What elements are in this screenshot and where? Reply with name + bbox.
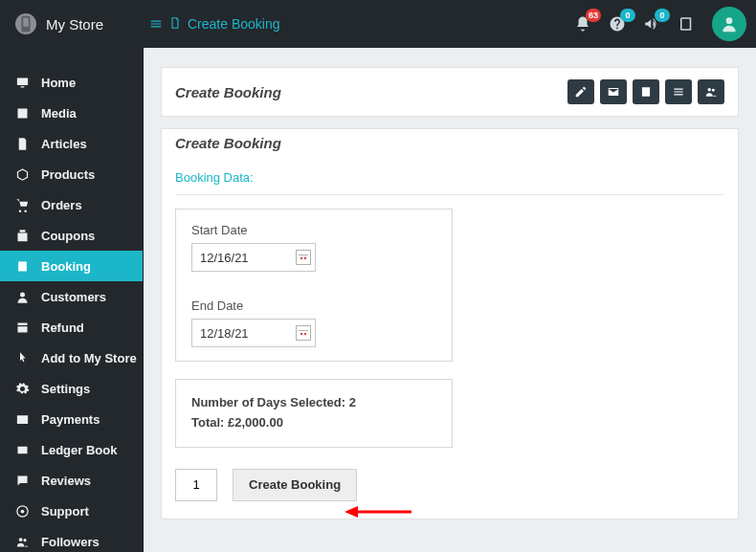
document-icon — [168, 16, 182, 33]
create-booking-button[interactable]: Create Booking — [233, 469, 357, 501]
document-icon — [15, 137, 30, 151]
start-date-value: 12/16/21 — [200, 251, 249, 265]
users-button[interactable] — [698, 79, 724, 104]
support-icon — [15, 504, 30, 519]
chat-icon — [15, 474, 30, 488]
section-title: Booking Data: — [175, 165, 724, 195]
svg-point-2 — [726, 17, 733, 24]
sidebar-item-label: Reviews — [41, 474, 91, 488]
page-header-panel: Create Booking — [161, 67, 739, 117]
sidebar-item-label: Orders — [41, 198, 82, 212]
start-date-input[interactable]: 12/16/21 — [191, 243, 316, 272]
help-badge: 0 — [620, 9, 635, 22]
notifications-badge: 63 — [586, 9, 601, 22]
svg-rect-1 — [23, 18, 29, 27]
brand-name: My Store — [46, 16, 103, 33]
sidebar-item-label: Customers — [41, 290, 106, 304]
avatar[interactable] — [712, 7, 746, 41]
sidebar-item-customers[interactable]: Customers — [0, 281, 143, 312]
sidebar-item-settings[interactable]: Settings — [0, 373, 143, 404]
dates-card: Start Date 12/16/21 End Date 12/18/21 — [175, 209, 453, 362]
breadcrumb: Create Booking — [144, 16, 280, 33]
sidebar-item-label: Followers — [41, 535, 100, 549]
action-row: Create Booking — [175, 469, 724, 501]
menu-toggle-icon[interactable] — [149, 17, 163, 31]
calendar-picker-icon[interactable] — [296, 325, 311, 341]
sidebar-item-products[interactable]: Products — [0, 159, 143, 189]
main: Create Booking Create Booking Booking Da… — [144, 48, 756, 552]
sidebar-item-addtostore[interactable]: Add to My Store — [0, 342, 143, 373]
sidebar-item-label: Support — [41, 504, 89, 519]
settings-icon — [15, 382, 30, 396]
sidebar-item-label: Add to My Store — [41, 351, 137, 365]
end-date-label: End Date — [191, 298, 436, 313]
booking-form-panel: Create Booking Booking Data: Start Date … — [161, 128, 739, 519]
book-icon[interactable] — [678, 15, 695, 33]
svg-point-5 — [21, 509, 25, 513]
sidebar-item-label: Ledger Book — [41, 443, 117, 457]
sidebar-item-label: Settings — [41, 382, 90, 396]
sidebar-item-coupons[interactable]: Coupons — [0, 220, 143, 251]
calendar-button[interactable] — [633, 79, 659, 104]
sidebar-item-label: Articles — [41, 137, 87, 151]
sidebar-item-label: Home — [41, 76, 76, 90]
panel-actions — [567, 79, 724, 104]
ledger-icon — [15, 443, 30, 457]
breadcrumb-page[interactable]: Create Booking — [188, 16, 280, 32]
form-title: Create Booking — [175, 135, 724, 151]
summary-days-label: Number of Days Selected: — [191, 395, 345, 409]
sidebar-item-ledger[interactable]: Ledger Book — [0, 434, 143, 465]
help-icon[interactable]: 0 — [609, 15, 626, 33]
brand-icon — [15, 13, 36, 34]
topbar: My Store Create Booking 63 0 0 — [0, 0, 756, 48]
start-date-field: Start Date 12/16/21 — [191, 223, 436, 272]
end-date-input[interactable]: 12/18/21 — [191, 319, 316, 347]
sidebar-item-refund[interactable]: Refund — [0, 312, 143, 342]
monitor-icon — [15, 76, 30, 90]
quantity-input[interactable] — [175, 469, 217, 501]
sidebar-item-articles[interactable]: Articles — [0, 128, 143, 159]
calendar-icon — [15, 259, 30, 274]
summary-total-value: £2,000.00 — [228, 415, 283, 430]
svg-point-6 — [19, 538, 23, 541]
cube-icon — [15, 167, 30, 182]
end-date-field: End Date 12/18/21 — [191, 298, 436, 347]
calendar-picker-icon[interactable] — [296, 250, 311, 265]
edit-button[interactable] — [567, 79, 594, 104]
brand[interactable]: My Store — [0, 0, 144, 48]
svg-point-3 — [20, 292, 25, 297]
sidebar-item-label: Booking — [41, 259, 91, 274]
sidebar-item-booking[interactable]: Booking — [0, 251, 143, 281]
sidebar-item-label: Payments — [41, 412, 100, 427]
sidebar-item-label: Coupons — [41, 229, 95, 243]
user-icon — [15, 290, 30, 304]
svg-point-7 — [23, 539, 26, 541]
svg-point-9 — [712, 89, 715, 92]
gift-icon — [15, 229, 30, 243]
end-date-value: 12/18/21 — [200, 326, 249, 341]
start-date-label: Start Date — [191, 223, 436, 237]
sidebar-item-orders[interactable]: Orders — [0, 189, 143, 220]
sidebar-item-support[interactable]: Support — [0, 496, 143, 526]
summary-card: Number of Days Selected: 2 Total: £2,000… — [175, 379, 453, 448]
mail-button[interactable] — [600, 79, 627, 104]
notifications-icon[interactable]: 63 — [574, 15, 591, 33]
topbar-actions: 63 0 0 — [574, 0, 746, 48]
list-button[interactable] — [665, 79, 692, 104]
card-icon — [15, 412, 30, 427]
pointer-icon — [15, 351, 30, 365]
sidebar-item-media[interactable]: Media — [0, 98, 143, 128]
sidebar: Home Media Articles Products Orders Coup… — [0, 48, 144, 552]
sidebar-item-label: Products — [41, 167, 95, 182]
refund-icon — [15, 320, 30, 335]
sidebar-item-reviews[interactable]: Reviews — [0, 465, 143, 496]
summary-days-value: 2 — [349, 395, 356, 409]
sidebar-item-payments[interactable]: Payments — [0, 404, 143, 434]
sidebar-item-label: Refund — [41, 320, 84, 335]
sidebar-item-home[interactable]: Home — [0, 67, 143, 98]
announce-icon[interactable]: 0 — [643, 15, 660, 33]
followers-icon — [15, 535, 30, 549]
sidebar-item-label: Media — [41, 106, 77, 121]
sidebar-item-followers[interactable]: Followers — [0, 526, 143, 552]
summary-total-label: Total: — [191, 415, 224, 430]
